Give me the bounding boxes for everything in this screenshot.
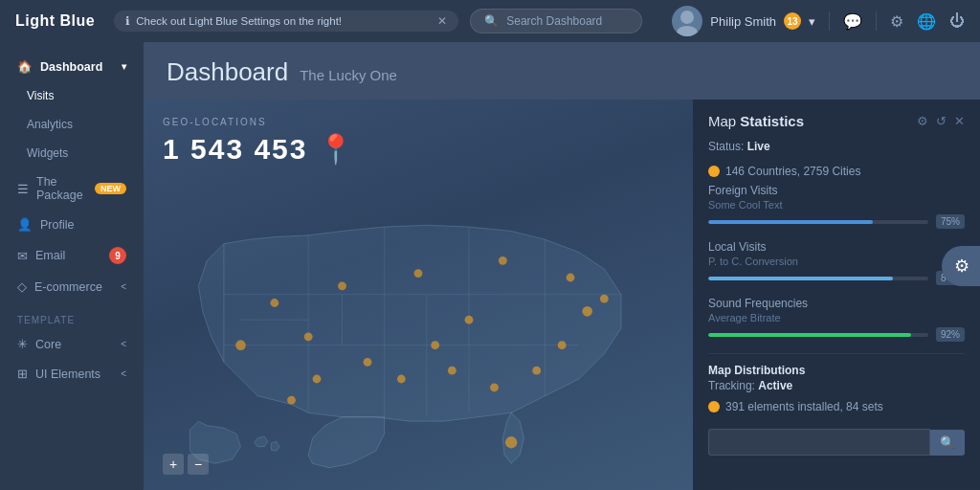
email-badge: 9 <box>109 247 126 264</box>
list-icon: ☰ <box>17 182 29 196</box>
status-value: Live <box>747 140 770 153</box>
ecommerce-icon: ◇ <box>17 279 27 294</box>
sidebar-item-label: Analytics <box>27 118 73 131</box>
refresh-icon[interactable]: ↺ <box>936 114 947 128</box>
app-logo: Light Blue <box>15 12 95 30</box>
metric-bar-row-1: 84% <box>708 271 965 285</box>
topbar: Light Blue ℹ Check out Light Blue Settin… <box>0 0 980 42</box>
username: Philip Smith <box>710 14 776 29</box>
sidebar-item-analytics[interactable]: Analytics <box>0 110 144 139</box>
power-icon[interactable]: ⏻ <box>949 12 965 30</box>
sidebar-item-widgets[interactable]: Widgets <box>0 139 144 167</box>
tracking-row: Tracking: Active <box>708 379 965 392</box>
sidebar-item-email[interactable]: ✉ Email 9 <box>0 239 144 272</box>
metric-label-0: Foreign Visits <box>708 184 965 197</box>
main-layout: 🏠 Dashboard ▾ Visits Analytics Widgets ☰… <box>0 42 980 490</box>
user-menu[interactable]: Philip Smith 13 ▾ <box>672 6 815 36</box>
notification-badge: 13 <box>784 12 801 30</box>
sidebar-item-label: E-commerce <box>34 280 102 294</box>
floating-gear-button[interactable]: ⚙ <box>942 246 980 286</box>
stats-search-row: 🔍 <box>708 429 965 456</box>
elements-info-text: 391 elements installed, 84 sets <box>725 400 883 413</box>
distributions-header-row: Map Distributions Tracking: Active <box>708 364 965 392</box>
zoom-in-button[interactable]: + <box>163 454 184 475</box>
sidebar-item-label: Profile <box>40 218 74 232</box>
metric-bar-bg-1 <box>708 277 928 280</box>
status-label: Status: Live <box>708 140 770 153</box>
sidebar-item-profile[interactable]: 👤 Profile <box>0 210 144 239</box>
notice-text: Check out Light Blue Settings on the rig… <box>136 15 342 27</box>
search-icon: 🔍 <box>484 14 499 28</box>
metric-pct-2: 92% <box>936 327 965 342</box>
chevron-left-icon: < <box>121 281 126 292</box>
notice-close-button[interactable]: ✕ <box>437 14 447 28</box>
template-section-label: TEMPLATE <box>0 301 144 329</box>
sidebar-item-ecommerce[interactable]: ◇ E-commerce < <box>0 272 144 301</box>
sidebar-item-ui-elements[interactable]: ⊞ UI Elements < <box>0 359 144 389</box>
metric-bar-fill-2 <box>708 333 911 337</box>
elements-dot <box>708 401 720 412</box>
globe-icon[interactable]: 🌐 <box>917 12 936 31</box>
svg-point-0 <box>680 11 694 24</box>
gear-icon[interactable]: ⚙ <box>890 12 903 31</box>
location-info-text: 146 Countries, 2759 Cities <box>725 165 860 178</box>
usa-map: .state { fill: rgba(100,140,180,0.25); s… <box>153 176 683 480</box>
map-controls: + − <box>163 454 209 475</box>
svg-point-28 <box>600 295 609 303</box>
sidebar-item-label: The Package <box>36 175 85 202</box>
svg-point-21 <box>448 367 457 375</box>
stats-search-input[interactable] <box>708 429 930 456</box>
tracking-value: Active <box>758 379 792 392</box>
svg-point-25 <box>287 396 296 405</box>
svg-point-26 <box>505 436 517 448</box>
topbar-notice: ℹ Check out Light Blue Settings on the r… <box>114 11 458 32</box>
sidebar-item-label: UI Elements <box>35 368 100 381</box>
close-icon[interactable]: ✕ <box>954 114 965 128</box>
location-dot <box>708 166 720 177</box>
settings-icon[interactable]: ⚙ <box>917 114 928 128</box>
chat-icon[interactable]: 💬 <box>843 12 862 31</box>
metric-bar-bg-0 <box>708 220 928 224</box>
sidebar-item-label: Email <box>35 249 65 262</box>
geo-count: 1 543 453 📍 <box>163 132 355 166</box>
search-bar[interactable]: 🔍 Search Dashboard <box>470 9 642 33</box>
chevron-down-icon: ▾ <box>809 14 815 29</box>
sidebar-item-dashboard[interactable]: 🏠 Dashboard ▾ <box>0 52 144 81</box>
metric-row-2: Sound Frequencies Average Bitrate 92% <box>708 297 965 342</box>
metric-bar-fill-0 <box>708 220 873 224</box>
new-badge: NEW <box>95 183 126 194</box>
chevron-left-icon: < <box>121 368 126 379</box>
page-header: Dashboard The Lucky One <box>144 42 980 95</box>
chevron-down-icon: ▾ <box>122 61 126 72</box>
sidebar-item-visits[interactable]: Visits <box>0 81 144 110</box>
metric-bar-bg-2 <box>708 333 928 337</box>
metric-sublabel-2: Average Bitrate <box>708 312 965 323</box>
sidebar-item-label: Visits <box>27 89 54 102</box>
metric-label-2: Sound Frequencies <box>708 297 965 310</box>
divider <box>829 11 830 31</box>
floating-gear-icon: ⚙ <box>954 256 969 277</box>
metric-bar-fill-1 <box>708 277 893 280</box>
metric-bar-row-2: 92% <box>708 327 965 342</box>
zoom-out-button[interactable]: − <box>188 454 209 475</box>
geo-label: GEO-LOCATIONS <box>163 117 267 127</box>
chevron-left-icon: < <box>121 339 126 349</box>
status-row: Status: Live <box>708 139 965 153</box>
stats-search-button[interactable]: 🔍 <box>930 430 965 456</box>
svg-point-18 <box>558 341 567 349</box>
info-icon: ℹ <box>125 14 130 28</box>
svg-point-15 <box>499 256 507 265</box>
svg-point-16 <box>567 274 575 282</box>
sidebar-item-core[interactable]: ✳ Core < <box>0 329 144 359</box>
svg-point-20 <box>490 383 499 391</box>
page-subtitle: The Lucky One <box>300 67 397 83</box>
profile-icon: 👤 <box>17 217 33 232</box>
divider <box>708 353 965 354</box>
svg-point-30 <box>304 332 313 341</box>
avatar <box>672 6 702 36</box>
svg-point-29 <box>431 341 439 349</box>
sidebar-item-the-package[interactable]: ☰ The Package NEW <box>0 167 144 210</box>
metric-sublabel-1: P. to C. Conversion <box>708 256 965 267</box>
sidebar-item-label: Widgets <box>27 146 68 160</box>
metric-pct-0: 75% <box>936 214 965 229</box>
